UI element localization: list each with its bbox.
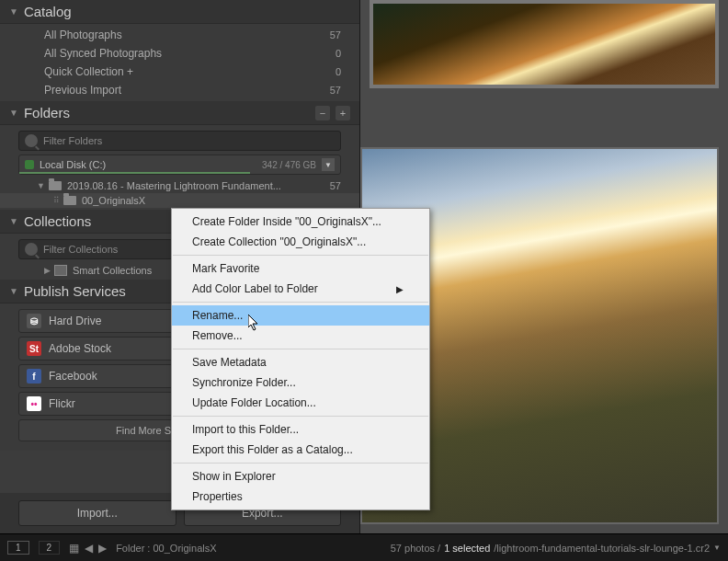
catalog-item[interactable]: Quick Collection + 0 — [0, 63, 359, 81]
minus-icon[interactable]: − — [315, 106, 330, 120]
secondary-display-1-button[interactable]: 1 — [7, 541, 29, 555]
catalog-panel-header[interactable]: ▼ Catalog — [0, 0, 359, 24]
disclosure-triangle-icon: ▼ — [9, 286, 18, 296]
catalog-panel-body: All Photographs 57 All Synced Photograph… — [0, 24, 359, 101]
status-photo-count: 57 photos / — [391, 543, 440, 554]
folder-icon — [49, 181, 62, 190]
secondary-display-2-button[interactable]: 2 — [39, 541, 61, 555]
context-menu-item[interactable]: Create Folder Inside "00_OriginalsX"... — [172, 212, 429, 232]
chevron-down-icon[interactable]: ▼ — [713, 544, 721, 552]
nav-back-icon[interactable]: ◀ — [85, 542, 93, 555]
context-menu-item[interactable]: Synchronize Folder... — [172, 372, 429, 393]
context-menu-item[interactable]: Save Metadata — [172, 352, 429, 372]
folders-panel-header[interactable]: ▼ Folders − + — [0, 101, 359, 125]
volume-row[interactable]: Local Disk (C:) 342 / 476 GB ▼ — [18, 155, 341, 175]
status-bar: 1 2 ▦ ◀ ▶ Folder : 00_OriginalsX 57 phot… — [0, 533, 728, 561]
volume-status-icon — [25, 160, 34, 169]
catalog-item[interactable]: Previous Import 57 — [0, 81, 359, 99]
context-menu-item[interactable]: Mark Favorite — [172, 258, 429, 279]
folder-context-menu: Create Folder Inside "00_OriginalsX"...C… — [171, 208, 430, 510]
folder-icon — [63, 196, 76, 205]
status-selected-count: 1 selected — [444, 543, 490, 554]
context-menu-separator — [173, 302, 428, 303]
folder-tree-item[interactable]: ▼ 2019.08.16 - Mastering Lightroom Funda… — [0, 178, 359, 193]
panel-title: Catalog — [24, 4, 350, 19]
filmstrip-thumbnail[interactable] — [370, 0, 719, 88]
flickr-icon: •• — [27, 396, 41, 411]
hard-drive-icon: ⛁ — [27, 314, 41, 328]
adobe-stock-icon: St — [27, 341, 41, 356]
plus-icon[interactable]: + — [336, 106, 350, 120]
submenu-arrow-icon: ▶ — [396, 284, 404, 294]
context-menu-separator — [173, 349, 428, 349]
facebook-icon: f — [27, 369, 41, 384]
collection-set-icon — [54, 265, 67, 276]
context-menu-item[interactable]: Show in Explorer — [172, 466, 429, 487]
disclosure-triangle-icon[interactable]: ▼ — [37, 181, 45, 190]
context-menu-item[interactable]: Add Color Label to Folder▶ — [172, 279, 429, 299]
status-folder-label[interactable]: Folder : 00_OriginalsX — [116, 543, 216, 554]
disclosure-triangle-icon[interactable]: ▶ — [44, 266, 51, 275]
folders-panel-body: Filter Folders Local Disk (C:) 342 / 476… — [0, 125, 359, 210]
chevron-down-icon[interactable]: ▼ — [322, 158, 335, 171]
search-icon — [25, 134, 38, 147]
nav-forward-icon[interactable]: ▶ — [98, 542, 107, 555]
context-menu-separator — [173, 416, 428, 417]
disk-usage-bar — [19, 172, 250, 174]
panel-title: Folders — [24, 105, 315, 120]
context-menu-item[interactable]: Properties — [172, 487, 429, 507]
import-button[interactable]: Import... — [18, 500, 176, 526]
disclosure-triangle-icon: ▼ — [9, 108, 18, 118]
context-menu-separator — [173, 463, 428, 464]
catalog-item[interactable]: All Photographs 57 — [0, 26, 359, 44]
context-menu-item[interactable]: Rename... — [172, 305, 429, 326]
status-file-path[interactable]: /lightroom-fundamental-tutorials-slr-lou… — [494, 543, 710, 554]
context-menu-item[interactable]: Create Collection "00_OriginalsX"... — [172, 232, 429, 252]
context-menu-separator — [173, 255, 428, 256]
context-menu-item[interactable]: Import to this Folder... — [172, 419, 429, 440]
filter-folders-input[interactable]: Filter Folders — [18, 131, 341, 151]
folder-tree-item-selected[interactable]: ⠿ 00_OriginalsX — [0, 193, 359, 208]
search-icon — [25, 243, 38, 256]
context-menu-item[interactable]: Update Folder Location... — [172, 393, 429, 413]
disclosure-triangle-icon: ▼ — [9, 6, 18, 17]
context-menu-item[interactable]: Export this Folder as a Catalog... — [172, 440, 429, 460]
catalog-item[interactable]: All Synced Photographs 0 — [0, 44, 359, 63]
context-menu-item[interactable]: Remove... — [172, 326, 429, 346]
grid-view-icon[interactable]: ▦ — [69, 542, 79, 555]
disclosure-handle-icon[interactable]: ⠿ — [53, 196, 60, 205]
disclosure-triangle-icon: ▼ — [9, 216, 18, 226]
